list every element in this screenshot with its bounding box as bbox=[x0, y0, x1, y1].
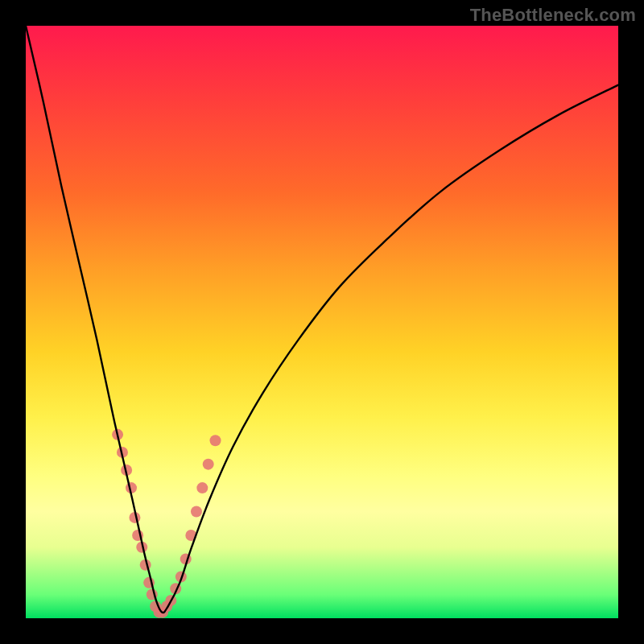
bottleneck-curve bbox=[26, 26, 618, 613]
curve-layer bbox=[26, 26, 618, 618]
scatter-point bbox=[196, 482, 208, 493]
watermark-text: TheBottleneck.com bbox=[470, 5, 636, 26]
scatter-point bbox=[203, 459, 214, 470]
scatter-markers bbox=[112, 429, 221, 618]
chart-container: TheBottleneck.com bbox=[0, 0, 644, 644]
scatter-point bbox=[191, 506, 202, 518]
scatter-point bbox=[210, 435, 221, 446]
plot-area bbox=[26, 26, 618, 618]
